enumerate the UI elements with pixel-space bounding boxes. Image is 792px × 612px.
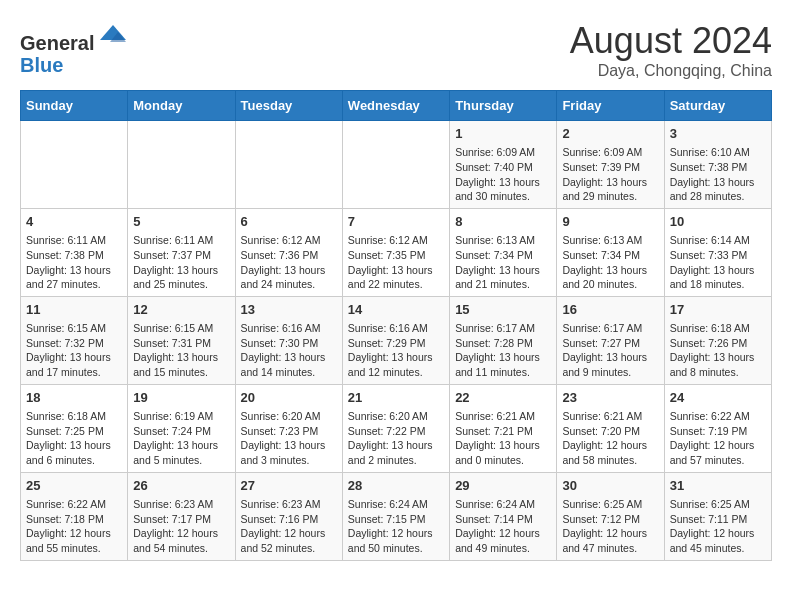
day-info: Daylight: 12 hours and 45 minutes. xyxy=(670,526,766,555)
day-info: Daylight: 13 hours and 18 minutes. xyxy=(670,263,766,292)
day-info: Sunset: 7:30 PM xyxy=(241,336,337,351)
day-info: Daylight: 12 hours and 58 minutes. xyxy=(562,438,658,467)
day-info: Daylight: 13 hours and 20 minutes. xyxy=(562,263,658,292)
day-info: Daylight: 12 hours and 50 minutes. xyxy=(348,526,444,555)
calendar-cell: 18Sunrise: 6:18 AMSunset: 7:25 PMDayligh… xyxy=(21,384,128,472)
header-cell-monday: Monday xyxy=(128,91,235,121)
calendar-cell: 31Sunrise: 6:25 AMSunset: 7:11 PMDayligh… xyxy=(664,472,771,560)
day-info: Sunset: 7:34 PM xyxy=(562,248,658,263)
day-info: Daylight: 13 hours and 22 minutes. xyxy=(348,263,444,292)
day-info: Sunset: 7:39 PM xyxy=(562,160,658,175)
day-info: Sunrise: 6:23 AM xyxy=(241,497,337,512)
calendar-week-1: 1Sunrise: 6:09 AMSunset: 7:40 PMDaylight… xyxy=(21,121,772,209)
day-number: 17 xyxy=(670,301,766,319)
day-info: Sunset: 7:26 PM xyxy=(670,336,766,351)
calendar-cell: 23Sunrise: 6:21 AMSunset: 7:20 PMDayligh… xyxy=(557,384,664,472)
calendar-cell: 14Sunrise: 6:16 AMSunset: 7:29 PMDayligh… xyxy=(342,296,449,384)
header-cell-saturday: Saturday xyxy=(664,91,771,121)
day-number: 23 xyxy=(562,389,658,407)
calendar-cell: 13Sunrise: 6:16 AMSunset: 7:30 PMDayligh… xyxy=(235,296,342,384)
day-info: Daylight: 13 hours and 17 minutes. xyxy=(26,350,122,379)
day-number: 16 xyxy=(562,301,658,319)
calendar-table: SundayMondayTuesdayWednesdayThursdayFrid… xyxy=(20,90,772,561)
calendar-cell: 4Sunrise: 6:11 AMSunset: 7:38 PMDaylight… xyxy=(21,208,128,296)
day-number: 9 xyxy=(562,213,658,231)
day-info: Sunrise: 6:21 AM xyxy=(455,409,551,424)
header-cell-friday: Friday xyxy=(557,91,664,121)
day-info: Sunrise: 6:19 AM xyxy=(133,409,229,424)
calendar-cell: 27Sunrise: 6:23 AMSunset: 7:16 PMDayligh… xyxy=(235,472,342,560)
day-info: Daylight: 12 hours and 54 minutes. xyxy=(133,526,229,555)
calendar-cell xyxy=(21,121,128,209)
page-subtitle: Daya, Chongqing, China xyxy=(570,62,772,80)
day-number: 25 xyxy=(26,477,122,495)
day-info: Sunrise: 6:12 AM xyxy=(348,233,444,248)
day-info: Sunrise: 6:24 AM xyxy=(455,497,551,512)
day-number: 2 xyxy=(562,125,658,143)
day-info: Sunset: 7:12 PM xyxy=(562,512,658,527)
day-info: Sunrise: 6:24 AM xyxy=(348,497,444,512)
calendar-cell: 17Sunrise: 6:18 AMSunset: 7:26 PMDayligh… xyxy=(664,296,771,384)
day-number: 7 xyxy=(348,213,444,231)
page-title: August 2024 xyxy=(570,20,772,62)
calendar-cell: 6Sunrise: 6:12 AMSunset: 7:36 PMDaylight… xyxy=(235,208,342,296)
day-info: Sunrise: 6:09 AM xyxy=(455,145,551,160)
calendar-cell: 20Sunrise: 6:20 AMSunset: 7:23 PMDayligh… xyxy=(235,384,342,472)
day-info: Daylight: 13 hours and 27 minutes. xyxy=(26,263,122,292)
calendar-week-5: 25Sunrise: 6:22 AMSunset: 7:18 PMDayligh… xyxy=(21,472,772,560)
calendar-cell: 1Sunrise: 6:09 AMSunset: 7:40 PMDaylight… xyxy=(450,121,557,209)
calendar-cell: 10Sunrise: 6:14 AMSunset: 7:33 PMDayligh… xyxy=(664,208,771,296)
day-number: 28 xyxy=(348,477,444,495)
logo-icon xyxy=(98,20,128,50)
day-info: Sunset: 7:38 PM xyxy=(26,248,122,263)
day-info: Daylight: 13 hours and 30 minutes. xyxy=(455,175,551,204)
day-info: Sunrise: 6:16 AM xyxy=(241,321,337,336)
calendar-cell: 19Sunrise: 6:19 AMSunset: 7:24 PMDayligh… xyxy=(128,384,235,472)
calendar-cell: 28Sunrise: 6:24 AMSunset: 7:15 PMDayligh… xyxy=(342,472,449,560)
day-number: 10 xyxy=(670,213,766,231)
calendar-cell: 2Sunrise: 6:09 AMSunset: 7:39 PMDaylight… xyxy=(557,121,664,209)
day-info: Sunset: 7:24 PM xyxy=(133,424,229,439)
day-info: Daylight: 13 hours and 14 minutes. xyxy=(241,350,337,379)
day-number: 24 xyxy=(670,389,766,407)
day-info: Daylight: 13 hours and 0 minutes. xyxy=(455,438,551,467)
day-info: Sunrise: 6:09 AM xyxy=(562,145,658,160)
day-info: Sunset: 7:34 PM xyxy=(455,248,551,263)
header-cell-thursday: Thursday xyxy=(450,91,557,121)
calendar-cell: 11Sunrise: 6:15 AMSunset: 7:32 PMDayligh… xyxy=(21,296,128,384)
calendar-cell: 21Sunrise: 6:20 AMSunset: 7:22 PMDayligh… xyxy=(342,384,449,472)
calendar-week-3: 11Sunrise: 6:15 AMSunset: 7:32 PMDayligh… xyxy=(21,296,772,384)
day-info: Daylight: 13 hours and 12 minutes. xyxy=(348,350,444,379)
day-info: Sunset: 7:21 PM xyxy=(455,424,551,439)
day-info: Sunset: 7:18 PM xyxy=(26,512,122,527)
day-info: Sunset: 7:33 PM xyxy=(670,248,766,263)
calendar-cell: 16Sunrise: 6:17 AMSunset: 7:27 PMDayligh… xyxy=(557,296,664,384)
day-info: Daylight: 13 hours and 5 minutes. xyxy=(133,438,229,467)
logo-blue: Blue xyxy=(20,54,63,76)
header-row: SundayMondayTuesdayWednesdayThursdayFrid… xyxy=(21,91,772,121)
logo-general: General xyxy=(20,32,94,54)
calendar-header: SundayMondayTuesdayWednesdayThursdayFrid… xyxy=(21,91,772,121)
calendar-cell: 3Sunrise: 6:10 AMSunset: 7:38 PMDaylight… xyxy=(664,121,771,209)
day-number: 4 xyxy=(26,213,122,231)
day-number: 12 xyxy=(133,301,229,319)
calendar-week-4: 18Sunrise: 6:18 AMSunset: 7:25 PMDayligh… xyxy=(21,384,772,472)
calendar-body: 1Sunrise: 6:09 AMSunset: 7:40 PMDaylight… xyxy=(21,121,772,561)
day-info: Sunrise: 6:22 AM xyxy=(26,497,122,512)
day-info: Sunrise: 6:17 AM xyxy=(455,321,551,336)
day-number: 1 xyxy=(455,125,551,143)
day-info: Sunrise: 6:16 AM xyxy=(348,321,444,336)
day-info: Sunset: 7:19 PM xyxy=(670,424,766,439)
day-info: Sunset: 7:38 PM xyxy=(670,160,766,175)
day-number: 3 xyxy=(670,125,766,143)
day-info: Sunset: 7:35 PM xyxy=(348,248,444,263)
day-info: Sunset: 7:14 PM xyxy=(455,512,551,527)
calendar-cell: 25Sunrise: 6:22 AMSunset: 7:18 PMDayligh… xyxy=(21,472,128,560)
calendar-cell: 9Sunrise: 6:13 AMSunset: 7:34 PMDaylight… xyxy=(557,208,664,296)
day-info: Sunrise: 6:11 AM xyxy=(133,233,229,248)
day-info: Sunrise: 6:13 AM xyxy=(455,233,551,248)
day-number: 29 xyxy=(455,477,551,495)
day-info: Sunset: 7:17 PM xyxy=(133,512,229,527)
day-number: 26 xyxy=(133,477,229,495)
day-number: 11 xyxy=(26,301,122,319)
